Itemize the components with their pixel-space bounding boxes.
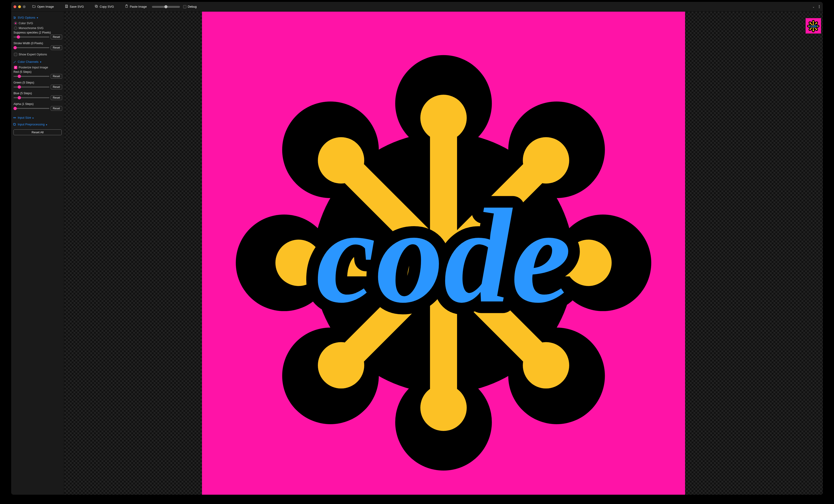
- chevron-down-icon: [37, 16, 38, 19]
- svg-point-51: [813, 21, 814, 22]
- fullscreen-window-button[interactable]: [23, 5, 26, 8]
- green-label: Green (5 Steps): [13, 81, 63, 84]
- save-icon: [65, 4, 68, 9]
- reset-all-button[interactable]: Reset All: [14, 129, 62, 135]
- stroke-label: Stroke Width (0 Pixels): [13, 41, 63, 45]
- green-slider[interactable]: [14, 87, 49, 87]
- app-body: SVG Options Color SVG Monochrome SVG Sup…: [11, 12, 823, 495]
- minimize-window-button[interactable]: [18, 5, 21, 8]
- section-input-preprocessing-label: Input Preprocessing: [18, 123, 45, 126]
- blue-slider[interactable]: [14, 97, 49, 98]
- section-svg-options-label: SVG Options: [18, 16, 35, 19]
- svg-point-7: [14, 18, 15, 19]
- svg-point-57: [816, 22, 817, 24]
- copy-svg-button[interactable]: Copy SVG: [93, 3, 116, 10]
- artwork-text: code: [316, 181, 571, 331]
- alpha-label: Alpha (1 Steps): [13, 102, 63, 106]
- speckles-reset-button[interactable]: Reset: [51, 35, 62, 39]
- section-color-channels[interactable]: Color Channels: [13, 59, 63, 64]
- svg-point-33: [276, 240, 322, 286]
- copy-icon: [94, 4, 98, 9]
- radio-monochrome-svg-label: Monochrome SVG: [19, 26, 44, 30]
- svg-point-32: [565, 240, 612, 286]
- svg-point-5: [14, 17, 15, 17]
- radio-unselected-icon: [14, 26, 17, 30]
- svg-point-53: [817, 25, 818, 27]
- preview-thumbnail[interactable]: code code: [806, 18, 821, 34]
- toolbar-slider[interactable]: [152, 6, 180, 8]
- posterize-checkbox[interactable]: [14, 66, 17, 69]
- svg-point-6: [15, 17, 15, 18]
- blue-label: Blue (5 Steps): [13, 91, 63, 95]
- paste-icon: [125, 4, 129, 9]
- debug-checkbox[interactable]: [183, 5, 186, 8]
- radio-color-svg[interactable]: Color SVG: [13, 21, 63, 26]
- svg-point-56: [810, 29, 811, 30]
- posterize-toggle[interactable]: Posterize Input Image: [13, 65, 63, 70]
- chevron-right-icon: [46, 123, 47, 126]
- more-menu-button[interactable]: [818, 4, 820, 9]
- sidebar: SVG Options Color SVG Monochrome SVG Sup…: [11, 12, 64, 495]
- ruler-icon: [13, 116, 16, 119]
- svg-rect-1: [96, 5, 98, 7]
- radio-selected-icon: [14, 22, 17, 25]
- section-input-preprocessing[interactable]: Input Preprocessing: [13, 122, 63, 127]
- paste-image-label: Paste Image: [130, 5, 147, 8]
- sliders-icon: [13, 16, 16, 19]
- svg-point-52: [813, 30, 814, 31]
- titlebar: Open Image Save SVG Copy SVG Paste Image: [11, 2, 823, 12]
- speckles-label: Suppress speckles (2 Pixels): [13, 30, 63, 34]
- brush-icon: [13, 60, 16, 64]
- green-reset-button[interactable]: Reset: [51, 85, 62, 89]
- copy-svg-label: Copy SVG: [100, 5, 114, 8]
- section-color-channels-label: Color Channels: [18, 60, 39, 64]
- close-window-button[interactable]: [14, 5, 16, 8]
- svg-point-58: [810, 22, 811, 24]
- chevron-down-icon: [40, 60, 41, 64]
- layers-icon: [13, 123, 16, 126]
- collapse-chevron-icon[interactable]: ⌄: [812, 5, 815, 8]
- app-window: Open Image Save SVG Copy SVG Paste Image: [11, 2, 823, 495]
- section-input-size-label: Input Size: [18, 116, 31, 119]
- stroke-reset-button[interactable]: Reset: [51, 45, 62, 50]
- svg-rect-0: [66, 6, 67, 7]
- red-slider[interactable]: [14, 76, 49, 77]
- red-reset-button[interactable]: Reset: [51, 74, 62, 79]
- save-svg-button[interactable]: Save SVG: [63, 3, 86, 10]
- radio-monochrome-svg[interactable]: Monochrome SVG: [13, 26, 63, 30]
- svg-point-54: [808, 25, 810, 27]
- alpha-reset-button[interactable]: Reset: [51, 106, 62, 111]
- svg-point-26: [420, 95, 466, 141]
- show-expert-label: Show Expert Options: [19, 52, 47, 56]
- svg-rect-2: [95, 5, 97, 7]
- chevron-right-icon: [32, 116, 34, 119]
- posterize-label: Posterize Input Image: [19, 66, 48, 69]
- canvas-area: code code: [64, 12, 823, 495]
- stroke-slider[interactable]: [14, 47, 49, 48]
- save-svg-label: Save SVG: [70, 5, 84, 8]
- radio-color-svg-label: Color SVG: [19, 21, 33, 25]
- window-controls: [14, 5, 26, 8]
- svg-point-27: [420, 385, 466, 431]
- speckles-slider[interactable]: [14, 37, 49, 38]
- open-image-button[interactable]: Open Image: [30, 3, 56, 10]
- paste-image-button[interactable]: Paste Image: [123, 3, 149, 10]
- svg-text:code: code: [809, 24, 817, 28]
- open-image-label: Open Image: [37, 5, 54, 8]
- show-expert-toggle[interactable]: Show Expert Options: [13, 52, 63, 57]
- debug-label: Debug: [188, 5, 197, 8]
- svg-point-55: [816, 29, 817, 30]
- section-svg-options[interactable]: SVG Options: [13, 15, 63, 20]
- red-label: Red (5 Steps): [13, 70, 63, 73]
- folder-icon: [32, 4, 36, 9]
- alpha-slider[interactable]: [14, 108, 49, 109]
- section-input-size[interactable]: Input Size: [13, 115, 63, 120]
- blue-reset-button[interactable]: Reset: [51, 95, 62, 100]
- debug-toggle[interactable]: Debug: [183, 5, 197, 8]
- expert-checkbox[interactable]: [14, 53, 17, 56]
- svg-preview: code code: [202, 12, 685, 495]
